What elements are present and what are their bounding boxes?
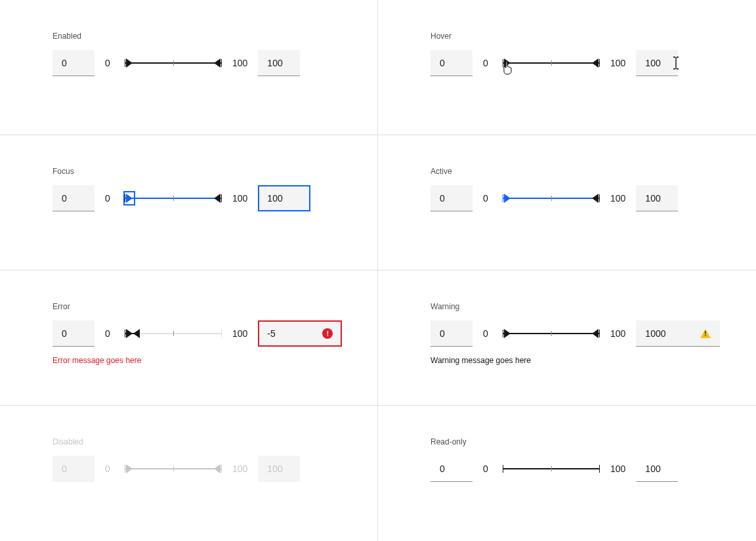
- slider-handle-upper-icon[interactable]: [592, 194, 598, 203]
- upper-value-input[interactable]: 1000: [636, 320, 720, 347]
- slider-handle-upper-icon: [214, 464, 220, 473]
- lower-value-input[interactable]: 0: [430, 50, 472, 76]
- state-disabled: Disabled 0 0 100 100: [0, 406, 378, 541]
- lower-value-input[interactable]: 0: [52, 50, 94, 76]
- state-label: Active: [430, 167, 724, 176]
- range-min-label: 0: [105, 58, 114, 68]
- state-active: Active 0 0 100 100: [378, 135, 756, 270]
- state-hover: Hover 0 0 100 100: [378, 0, 756, 135]
- range-slider[interactable]: [125, 326, 222, 341]
- slider-handle-lower-icon[interactable]: [125, 192, 134, 204]
- state-error: Error 0 0 100 -5 ! Error message goes he…: [0, 270, 378, 406]
- upper-value-input[interactable]: 100: [258, 185, 310, 211]
- states-grid: Enabled 0 0 100 100 Hover 0 0: [0, 0, 756, 541]
- warning-message: Warning message goes here: [430, 356, 724, 365]
- lower-value-input[interactable]: 0: [430, 320, 472, 347]
- lower-value-input[interactable]: 0: [52, 320, 94, 347]
- range-min-label: 0: [105, 328, 114, 339]
- range-slider[interactable]: [125, 190, 222, 206]
- range-min-label: 0: [105, 464, 114, 474]
- range-max-label: 100: [610, 464, 625, 474]
- slider-handle-lower-icon[interactable]: [126, 329, 133, 338]
- cursor-text-icon: [673, 56, 679, 70]
- state-readonly: Read-only 0 0 100 100: [378, 406, 756, 541]
- range-slider: [125, 461, 222, 477]
- state-label: Hover: [430, 32, 724, 41]
- range-min-label: 0: [483, 328, 492, 339]
- state-label: Warning: [430, 302, 724, 311]
- range-min-label: 0: [483, 193, 492, 204]
- lower-value-input: 0: [52, 456, 94, 482]
- range-max-label: 100: [610, 193, 625, 204]
- error-icon: !: [322, 328, 333, 339]
- range-min-label: 0: [483, 464, 492, 474]
- state-warning: Warning 0 0 100 1000 Warning message goe…: [378, 270, 756, 406]
- upper-value-input[interactable]: -5 !: [258, 320, 342, 347]
- upper-value-input: 100: [258, 456, 300, 482]
- state-label: Error: [52, 302, 346, 311]
- upper-value-input: 100: [636, 456, 678, 482]
- slider-handle-upper-icon[interactable]: [592, 329, 598, 338]
- lower-value-input[interactable]: 0: [52, 185, 94, 211]
- upper-value-input[interactable]: 100: [636, 185, 678, 211]
- state-label: Enabled: [52, 32, 346, 41]
- error-message: Error message goes here: [52, 356, 346, 365]
- range-slider[interactable]: [125, 55, 222, 71]
- state-label: Read-only: [430, 437, 724, 446]
- range-slider[interactable]: [503, 190, 600, 206]
- lower-value-input: 0: [430, 456, 472, 482]
- state-focus: Focus 0 0 100 100: [0, 135, 378, 270]
- range-max-label: 100: [232, 328, 247, 339]
- slider-handle-upper-icon[interactable]: [214, 58, 220, 68]
- state-enabled: Enabled 0 0 100 100: [0, 0, 378, 135]
- upper-value-input[interactable]: 100: [258, 50, 300, 76]
- state-label: Focus: [52, 167, 346, 176]
- range-min-label: 0: [483, 58, 492, 68]
- range-max-label: 100: [232, 193, 247, 204]
- range-max-label: 100: [610, 328, 625, 339]
- slider-handle-upper-icon[interactable]: [133, 329, 140, 338]
- slider-handle-lower-icon[interactable]: [126, 58, 133, 68]
- range-slider: [503, 461, 600, 477]
- slider-handle-lower-icon[interactable]: [504, 194, 511, 203]
- upper-value-input[interactable]: 100: [636, 50, 678, 76]
- slider-handle-lower-icon[interactable]: [504, 58, 511, 68]
- slider-handle-lower-icon[interactable]: [504, 329, 511, 338]
- range-min-label: 0: [105, 193, 114, 204]
- slider-handle-lower-icon: [126, 464, 133, 473]
- range-max-label: 100: [610, 58, 625, 68]
- slider-handle-upper-icon[interactable]: [592, 58, 598, 68]
- range-slider[interactable]: [503, 55, 600, 71]
- range-max-label: 100: [232, 58, 247, 68]
- range-max-label: 100: [232, 464, 247, 474]
- state-label: Disabled: [52, 437, 346, 446]
- slider-handle-upper-icon[interactable]: [214, 194, 220, 203]
- range-slider[interactable]: [503, 326, 600, 341]
- lower-value-input[interactable]: 0: [430, 185, 472, 211]
- warning-icon: [700, 329, 711, 338]
